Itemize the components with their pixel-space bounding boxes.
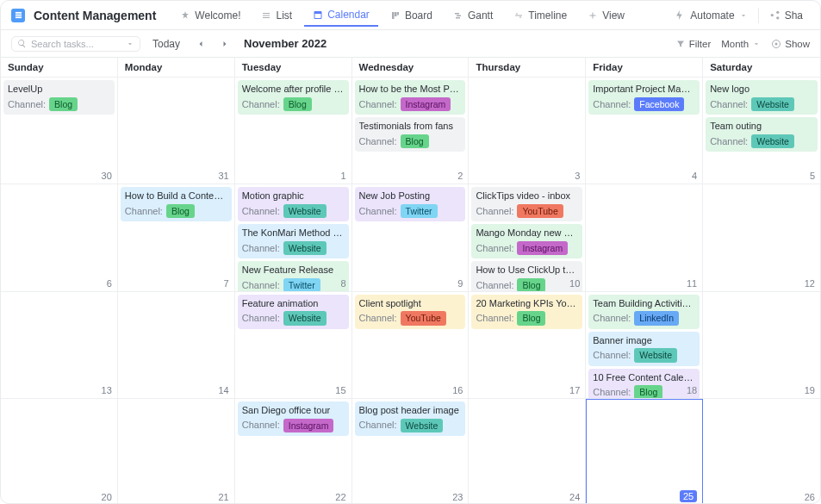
date-number: 1 [340, 171, 345, 181]
event-title: Blog post header image [359, 404, 462, 417]
view-timeline[interactable]: Timeline [505, 5, 575, 26]
calendar-event[interactable]: Team Building Activities: 25 ExamplesCha… [588, 295, 700, 329]
calendar-cell[interactable]: 12 [703, 184, 820, 291]
today-button[interactable]: Today [147, 35, 185, 53]
calendar-cell[interactable]: New logoChannel:WebsiteTeam outingChanne… [703, 78, 820, 184]
view-list[interactable]: List [252, 5, 301, 26]
calendar-cell[interactable]: Welcome after profile sign-upChannel:Blo… [235, 78, 352, 184]
calendar-event[interactable]: How to be the Most ProductiveChannel:Ins… [355, 80, 466, 115]
calendar-cell[interactable]: Team Building Activities: 25 ExamplesCha… [586, 292, 703, 399]
channel-chip: YouTube [401, 311, 446, 325]
calendar-event[interactable]: ClickTips video - inboxChannel:YouTube [471, 187, 582, 221]
calendar-event[interactable]: Feature animationChannel:Website [238, 295, 349, 329]
calendar-cell[interactable]: 21 [118, 399, 235, 504]
calendar-cell[interactable]: Feature animationChannel:Website15 [235, 292, 352, 399]
calendar-cell[interactable]: 20 [1, 399, 118, 504]
event-title: Important Project Management [593, 83, 695, 96]
calendar-cell[interactable]: LevelUpChannel:Blog30 [1, 78, 118, 184]
calendar-cell[interactable]: Client spotlightChannel:YouTube16 [352, 292, 470, 399]
calendar-cell[interactable]: How to Build a Content CreationChannel:B… [118, 184, 235, 291]
date-number: 26 [805, 492, 815, 502]
calendar-cell[interactable]: 11 [586, 184, 703, 291]
search-input-wrap[interactable] [11, 36, 140, 52]
date-number: 17 [569, 385, 580, 395]
view-add[interactable]: View [579, 5, 633, 26]
prev-month-button[interactable] [192, 35, 209, 53]
date-number: 9 [457, 278, 463, 289]
calendar-event[interactable]: Testimonials from fansChannel:Blog [355, 117, 466, 152]
search-icon [17, 39, 27, 48]
channel-chip: Website [751, 134, 794, 148]
calendar-event[interactable]: New logoChannel:Website [706, 80, 818, 115]
calendar-cell[interactable]: 19 [703, 292, 820, 399]
share-button[interactable]: Sha [762, 6, 810, 25]
calendar-event[interactable]: 20 Marketing KPIs You Need toChannel:Blo… [471, 295, 582, 329]
page-title: Content Management [34, 9, 156, 22]
calendar-cell[interactable]: 26 [703, 399, 820, 504]
event-title: LevelUp [8, 83, 110, 96]
calendar-event[interactable]: The KonMari Method for ProjectChannel:We… [238, 224, 349, 258]
show-label: Show [785, 39, 810, 49]
calendar-cell[interactable]: ClickTips video - inboxChannel:YouTubeMa… [469, 184, 586, 291]
calendar-event[interactable]: How to Build a Content CreationChannel:B… [121, 187, 232, 221]
event-title: ClickTips video - inbox [476, 190, 578, 202]
calendar-event[interactable]: Team outingChannel:Website [706, 117, 818, 152]
calendar-cell[interactable]: 24 [469, 399, 586, 504]
calendar-event[interactable]: Motion graphicChannel:Website [238, 187, 349, 221]
calendar-event[interactable]: Blog post header imageChannel:Website [355, 401, 466, 436]
view-label: View [602, 9, 625, 22]
calendar-cell[interactable]: San Diego office tourChannel:Instagram22 [235, 399, 352, 504]
view-gantt[interactable]: Gantt [445, 5, 501, 26]
next-month-button[interactable] [216, 35, 233, 53]
calendar-cell[interactable]: 6 [1, 184, 118, 291]
channel-label: Channel: [359, 312, 397, 325]
calendar-event[interactable]: Mango Monday new employeeChannel:Instagr… [471, 224, 582, 258]
calendar-event[interactable]: How to Use ClickUp to SucceedChannel:Blo… [471, 261, 582, 291]
calendar-cell[interactable]: 20 Marketing KPIs You Need toChannel:Blo… [469, 292, 586, 399]
period-button[interactable]: Month [721, 39, 761, 49]
calendar-event[interactable]: Banner imageChannel:Website [588, 332, 700, 366]
event-title: The KonMari Method for Project [242, 227, 345, 240]
calendar-event[interactable]: LevelUpChannel:Blog [3, 80, 115, 115]
channel-label: Channel: [242, 279, 280, 292]
calendar-cell[interactable]: New Job PostingChannel:Twitter9 [352, 184, 470, 291]
view-calendar[interactable]: Calendar [304, 4, 378, 27]
date-number: 14 [218, 385, 228, 395]
calendar-cell[interactable]: Blog post header imageChannel:Website23 [352, 399, 470, 504]
event-title: Banner image [593, 334, 695, 347]
channel-chip: Website [283, 204, 327, 218]
calendar-event[interactable]: Welcome after profile sign-upChannel:Blo… [238, 80, 349, 115]
date-number: 20 [102, 492, 112, 502]
view-welcome[interactable]: Welcome! [171, 5, 249, 26]
calendar-cell[interactable]: 13 [1, 292, 118, 399]
calendar-cell[interactable]: Motion graphicChannel:WebsiteThe KonMari… [235, 184, 352, 291]
calendar-event[interactable]: Important Project ManagementChannel:Face… [588, 80, 700, 115]
calendar-cell[interactable]: 25 [586, 399, 703, 504]
date-number: 11 [687, 278, 697, 289]
channel-chip: LinkedIn [634, 311, 679, 325]
view-board[interactable]: Board [382, 5, 441, 26]
share-label: Sha [785, 9, 803, 22]
calendar-cell[interactable]: 31 [118, 78, 235, 184]
date-number: 4 [692, 171, 697, 181]
calendar-event[interactable]: New Job PostingChannel:Twitter [355, 187, 466, 221]
calendar-cell[interactable]: 14 [118, 292, 235, 399]
calendar-cell[interactable]: How to be the Most ProductiveChannel:Ins… [352, 78, 470, 184]
calendar-event[interactable]: Client spotlightChannel:YouTube [355, 295, 466, 329]
day-header: Friday [586, 58, 703, 78]
automate-button[interactable]: Automate [668, 6, 754, 25]
calendar-event[interactable]: 10 Free Content Calendar TemplatesChanne… [588, 369, 700, 399]
date-number: 31 [218, 171, 228, 181]
event-title: Mango Monday new employee [476, 227, 578, 240]
show-button[interactable]: Show [771, 39, 810, 49]
chevron-down-icon[interactable] [126, 40, 134, 48]
event-title: How to Build a Content Creation [125, 190, 227, 202]
filter-button[interactable]: Filter [675, 39, 712, 49]
search-input[interactable] [31, 39, 117, 49]
calendar-event[interactable]: New Feature ReleaseChannel:Twitter [238, 261, 349, 291]
calendar-event[interactable]: San Diego office tourChannel:Instagram [238, 401, 349, 436]
svg-rect-1 [15, 15, 21, 16]
date-number: 2 [457, 171, 463, 181]
calendar-cell[interactable]: 3 [469, 78, 586, 184]
calendar-cell[interactable]: Important Project ManagementChannel:Face… [586, 78, 703, 184]
